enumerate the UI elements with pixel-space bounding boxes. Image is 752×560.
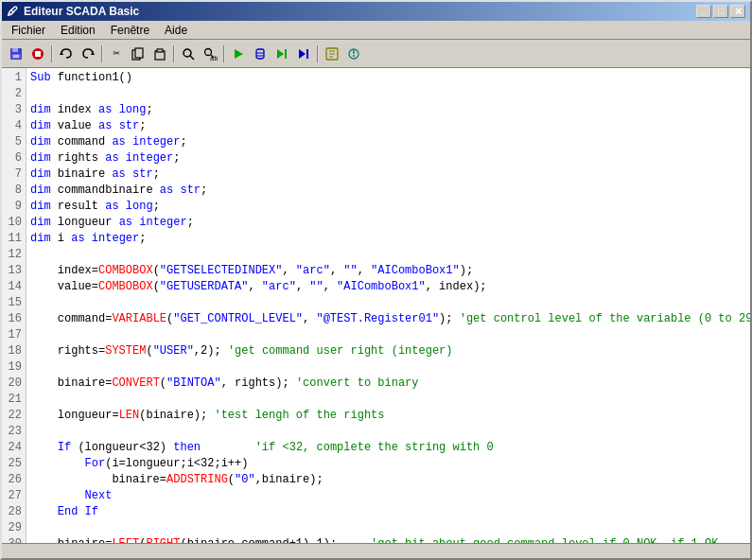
code-line — [30, 295, 746, 311]
svg-line-13 — [190, 56, 194, 60]
line-number: 14 — [6, 279, 22, 295]
code-line — [30, 424, 746, 440]
find-replace-button[interactable]: ab — [200, 44, 220, 64]
code-line: command=VARIABLE("GET_CONTROL_LEVEL", "@… — [30, 311, 746, 327]
code-line: dim value as str; — [30, 118, 746, 134]
window-title: Editeur SCADA Basic — [24, 5, 139, 18]
code-line: Next — [30, 488, 746, 504]
line-number: 11 — [6, 231, 22, 247]
code-line — [30, 327, 746, 343]
svg-rect-9 — [135, 48, 143, 58]
line-number: 29 — [6, 520, 22, 536]
line-number: 4 — [6, 118, 22, 134]
code-line: binaire=ADDSTRING("0",binaire); — [30, 472, 746, 488]
copy-button[interactable] — [128, 44, 149, 64]
line-number: 18 — [6, 343, 22, 359]
code-line: Sub function1() — [30, 70, 746, 86]
code-line: dim rights as integer; — [30, 150, 746, 166]
svg-marker-6 — [60, 51, 63, 55]
extra-btn1[interactable] — [322, 44, 342, 64]
line-number: 22 — [6, 408, 22, 424]
line-number: 28 — [6, 504, 22, 520]
menu-edition[interactable]: Edition — [53, 23, 103, 39]
line-number: 9 — [6, 199, 22, 215]
undo-button[interactable] — [56, 44, 77, 64]
svg-rect-11 — [157, 49, 163, 52]
main-window: 🖊 Editeur SCADA Basic _ □ ✕ Fichier Edit… — [0, 0, 752, 560]
svg-rect-22 — [285, 49, 287, 59]
find-button[interactable] — [178, 44, 199, 64]
svg-marker-21 — [277, 49, 284, 59]
svg-point-31 — [353, 55, 355, 57]
save-button[interactable] — [6, 44, 26, 64]
line-numbers: 1234567891011121314151617181920212223242… — [2, 68, 26, 543]
toolbar-sep-4 — [223, 45, 225, 62]
menu-bar: Fichier Edition Fenêtre Aide — [2, 21, 750, 40]
svg-rect-5 — [35, 51, 41, 57]
line-number: 3 — [6, 102, 22, 118]
code-line — [30, 359, 746, 376]
close-button[interactable]: ✕ — [730, 5, 745, 18]
code-editor[interactable]: Sub function1() dim index as long;dim va… — [26, 68, 750, 543]
run-button[interactable] — [228, 44, 249, 64]
line-number: 2 — [6, 86, 22, 102]
line-number: 19 — [6, 359, 22, 376]
svg-point-12 — [184, 49, 191, 57]
toolbar: ✂ ab — [2, 40, 750, 68]
line-number: 12 — [6, 247, 22, 263]
line-number: 15 — [6, 295, 22, 311]
extra-btn2[interactable] — [343, 44, 364, 64]
line-number: 25 — [6, 456, 22, 472]
line-number: 30 — [6, 536, 22, 543]
toolbar-sep-1 — [51, 45, 53, 62]
menu-fenetre[interactable]: Fenêtre — [103, 23, 157, 39]
svg-marker-23 — [299, 49, 306, 59]
maximize-button[interactable]: □ — [713, 5, 728, 18]
editor-container: 1234567891011121314151617181920212223242… — [2, 68, 750, 543]
app-icon: 🖊 — [7, 5, 20, 18]
line-number: 24 — [6, 440, 22, 456]
code-line: dim commandbinaire as str; — [30, 183, 746, 199]
step-into-button[interactable] — [293, 44, 314, 64]
code-line: binaire=LEFT(RIGHT(binaire,command+1),1)… — [30, 536, 746, 543]
code-line: End If — [30, 504, 746, 520]
code-line: dim longueur as integer; — [30, 215, 746, 231]
toolbar-sep-2 — [101, 45, 103, 62]
line-number: 26 — [6, 472, 22, 488]
line-number: 13 — [6, 263, 22, 279]
debug-button[interactable] — [250, 44, 271, 64]
line-number: 21 — [6, 392, 22, 408]
svg-marker-7 — [91, 51, 95, 55]
step-button[interactable] — [271, 44, 292, 64]
code-line: dim command as integer; — [30, 134, 746, 150]
code-line: If (longueur<32) then 'if <32, complete … — [30, 440, 746, 456]
code-line: dim index as long; — [30, 102, 746, 118]
cut-button[interactable]: ✂ — [106, 44, 127, 64]
line-number: 7 — [6, 166, 22, 183]
line-number: 16 — [6, 311, 22, 327]
line-number: 27 — [6, 488, 22, 504]
code-line: dim binaire as str; — [30, 166, 746, 183]
minimize-button[interactable]: _ — [696, 5, 711, 18]
line-number: 23 — [6, 424, 22, 440]
svg-rect-18 — [256, 49, 264, 59]
svg-text:ab: ab — [210, 55, 218, 61]
code-line: binaire=CONVERT("BINTOA", rights); 'conv… — [30, 376, 746, 392]
svg-rect-1 — [12, 48, 18, 52]
stop-button[interactable] — [27, 44, 48, 64]
menu-aide[interactable]: Aide — [157, 23, 195, 39]
line-number: 20 — [6, 376, 22, 392]
menu-fichier[interactable]: Fichier — [4, 23, 53, 39]
status-bar — [2, 543, 750, 558]
paste-button[interactable] — [149, 44, 170, 64]
code-line — [30, 247, 746, 263]
title-buttons: _ □ ✕ — [696, 5, 745, 18]
line-number: 8 — [6, 183, 22, 199]
code-line — [30, 392, 746, 408]
svg-rect-3 — [13, 55, 19, 58]
code-line: For(i=longueur;i<32;i++) — [30, 456, 746, 472]
line-number: 1 — [6, 70, 22, 86]
line-number: 17 — [6, 327, 22, 343]
code-line: index=COMBOBOX("GETSELECTEDINDEX", "arc"… — [30, 263, 746, 279]
redo-button[interactable] — [78, 44, 98, 64]
